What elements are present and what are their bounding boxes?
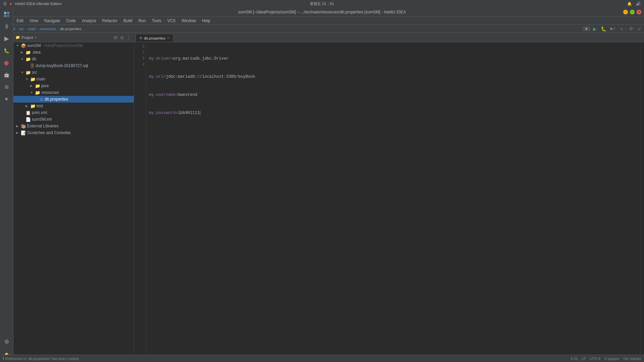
menu-build[interactable]: Build — [121, 18, 135, 24]
test-folder-icon: 📁 — [30, 104, 36, 109]
system-bar-center: 星期五 21：51 — [310, 1, 334, 6]
tree-item-test[interactable]: ▶ 📁 test — [13, 103, 134, 109]
module-icon: 📦 — [21, 43, 26, 48]
commit-button[interactable] — [1, 21, 12, 32]
tree-item-sumSM[interactable]: ▼ 📦 sumSM ~/IdeaProjects/sumSM — [13, 42, 134, 49]
tree-item-dump[interactable]: 🗄 dump-buyBook-20180727.sql — [13, 62, 134, 69]
close-button[interactable]: ✕ — [637, 10, 641, 14]
structure-button[interactable]: ⊞ — [1, 81, 12, 93]
tree-item-pom[interactable]: 📋 pom.xml — [13, 109, 134, 116]
menu-refactor[interactable]: Refactor — [100, 18, 120, 24]
expand-button[interactable]: ⤢ — [636, 26, 643, 32]
favorites-button[interactable]: ★ — [1, 93, 12, 105]
project-panel-label: Project — [21, 36, 33, 40]
tree-arrow: ▼ — [16, 44, 21, 47]
tree-item-db[interactable]: ▼ 📁 db — [13, 56, 134, 62]
collapse-all-button[interactable]: ⊟ — [113, 35, 118, 40]
run-button[interactable]: ▶ — [592, 26, 598, 32]
app-icon: ● — [9, 1, 12, 6]
panel-options-button[interactable]: ⋮ — [125, 35, 132, 40]
line-num-2: 2 — [134, 50, 145, 56]
project-panel-header: 📁 Project ▼ ⊟ ◎ ⋮ — [13, 33, 134, 42]
svg-rect-3 — [7, 15, 9, 17]
menu-vcs[interactable]: VCS — [165, 18, 178, 24]
idea-folder-icon: 📁 — [25, 50, 31, 55]
menu-navigate[interactable]: Navigate — [42, 18, 63, 24]
folder-icon: 📁 — [15, 35, 20, 40]
scratches-icon: 📝 — [21, 130, 26, 135]
tree-label-dbprops: db.properties — [45, 97, 68, 102]
breadcrumb-sep-4: › — [57, 27, 59, 31]
breadcrumb-sep-2: › — [25, 27, 27, 31]
menu-bar: File Edit View Navigate Code Analyze Ref… — [0, 17, 644, 25]
tree-item-scratches[interactable]: ▶ 📝 Scratches and Consoles — [13, 129, 134, 136]
menu-run[interactable]: Run — [136, 18, 149, 24]
code-editor[interactable]: my.driver=org.mariadb.jdbc.Driver my.url… — [146, 42, 640, 355]
breadcrumb-item-main[interactable]: main — [28, 27, 36, 31]
menu-analyze[interactable]: Analyze — [79, 18, 99, 24]
tab-label-dbprops: db.properties — [144, 36, 165, 40]
menu-tools[interactable]: Tools — [149, 18, 164, 24]
menu-window[interactable]: Window — [179, 18, 199, 24]
code-line-3: my.username=bwextend — [149, 92, 637, 98]
sql-file-icon: 🗄 — [30, 63, 35, 68]
run-config-select[interactable]: ▼ — [583, 26, 590, 31]
locate-file-button[interactable]: ◎ — [119, 35, 125, 40]
left-icon-bar: ▶ 🐛 ⬤ 🤖 ⊞ ★ ⚙ 🔔 — [0, 7, 13, 362]
tab-close-dbprops[interactable]: ✕ — [167, 36, 170, 40]
menu-help[interactable]: Help — [199, 18, 213, 24]
settings-button[interactable]: ⚙ — [1, 336, 12, 347]
menu-view[interactable]: View — [27, 18, 41, 24]
cursor-position[interactable]: 4:22 — [571, 357, 578, 361]
sync-button[interactable]: ⟳ — [628, 26, 635, 32]
tree-arrow-scratches: ▶ — [16, 131, 21, 134]
android-button[interactable]: 🤖 — [1, 69, 12, 80]
tree-label-resources: resources — [41, 90, 59, 95]
profiler-button[interactable]: ⬤ — [1, 57, 12, 68]
tree-item-dbprops[interactable]: ⚙ db.properties — [13, 96, 134, 103]
run-panel-button[interactable]: ▶ — [1, 33, 12, 44]
chevron-down-icon[interactable]: ▼ — [34, 36, 37, 39]
prop-key-4: my.password — [149, 111, 175, 115]
tree-item-external[interactable]: ▶ 📚 External Libraries — [13, 123, 134, 129]
tree-label-db: db — [32, 57, 36, 61]
tree-item-resources[interactable]: ▼ 📁 resources — [13, 89, 134, 96]
debug-button[interactable]: 🐛 — [599, 26, 608, 32]
tree-label-idea: .idea — [32, 50, 41, 55]
tree-label-test: test — [37, 104, 43, 108]
prop-val-1: org.mariadb.jdbc.Driver — [173, 56, 229, 61]
tree-label-external: External Libraries — [27, 124, 58, 128]
git-branch[interactable]: Git: master — [623, 357, 641, 361]
tree-arrow-idea: ▶ — [21, 51, 25, 54]
menu-code[interactable]: Code — [63, 18, 78, 24]
stop-button[interactable]: ■ — [619, 26, 624, 32]
menu-edit[interactable]: Edit — [14, 18, 26, 24]
maximize-button[interactable]: □ — [630, 10, 635, 14]
run-config-area: ▼ ▶ 🐛 ▶✓ ■ | ⟳ ⤢ — [583, 26, 643, 32]
window-controls[interactable]: － □ ✕ — [623, 10, 641, 14]
breadcrumb-item-dbprops[interactable]: db.properties — [60, 27, 82, 31]
debugger-button[interactable]: 🐛 — [1, 45, 12, 56]
prop-val-2: jdbc:mariadb://localhost:3306/buyBook — [166, 74, 255, 79]
indent-settings[interactable]: 4 spaces — [604, 357, 619, 361]
tree-item-idea[interactable]: ▶ 📁 .idea — [13, 49, 134, 56]
svg-rect-2 — [4, 15, 6, 17]
breadcrumb-item-src[interactable]: src — [19, 27, 24, 31]
system-menu-icon: ☰ — [3, 2, 7, 6]
prop-val-3: bwextend — [178, 93, 197, 97]
tree-item-iml[interactable]: 📄 sumSM.iml — [13, 116, 134, 123]
encoding[interactable]: UTF-8 — [590, 357, 600, 361]
tree-item-java[interactable]: ▶ 📁 java — [13, 82, 134, 89]
line-separator[interactable]: LF — [582, 357, 586, 361]
minimize-button[interactable]: － — [623, 10, 628, 14]
coverage-button[interactable]: ▶✓ — [609, 26, 618, 31]
prop-eq-1: = — [171, 56, 173, 61]
tab-dbprops[interactable]: ⚙ db.properties ✕ — [136, 34, 173, 42]
tree-item-main[interactable]: ▼ 📁 main — [13, 76, 134, 82]
project-view-button[interactable] — [1, 9, 12, 20]
breadcrumb-item-resources[interactable]: resources — [40, 27, 56, 31]
project-panel: 📁 Project ▼ ⊟ ◎ ⋮ ▼ 📦 sumSM ~/IdeaProjec… — [13, 33, 134, 355]
line-numbers: 1 2 3 4 — [134, 42, 146, 355]
editor-tabs: ⚙ db.properties ✕ — [134, 33, 644, 42]
tree-item-src[interactable]: ▼ 📁 src — [13, 69, 134, 76]
